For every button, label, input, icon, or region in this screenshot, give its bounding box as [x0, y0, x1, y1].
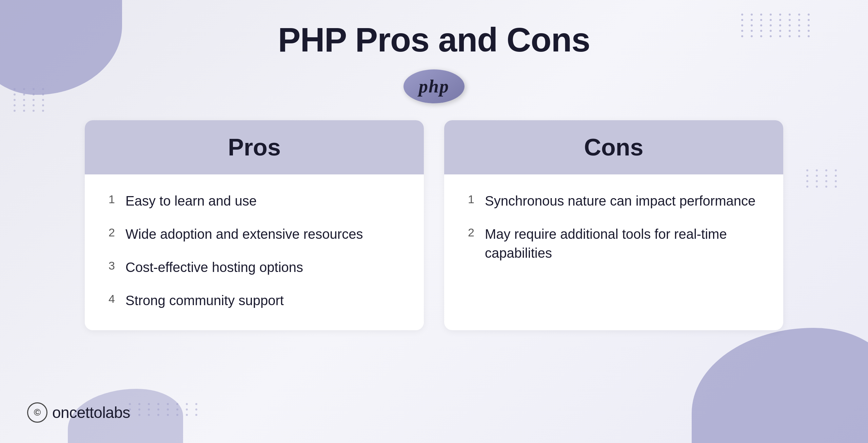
- cards-container: Pros 1 Easy to learn and use 2 Wide adop…: [61, 120, 807, 330]
- dot: [167, 414, 169, 416]
- list-text: Wide adoption and extensive resources: [125, 225, 363, 244]
- list-number: 1: [468, 191, 478, 208]
- dot: [148, 408, 150, 410]
- dot: [148, 414, 150, 416]
- dot: [195, 408, 197, 410]
- dot: [176, 408, 178, 410]
- list-text: Strong community support: [125, 291, 284, 310]
- dot: [138, 414, 140, 416]
- cons-list-item: 2 May require additional tools for real-…: [468, 225, 760, 262]
- pros-list-item: 2 Wide adoption and extensive resources: [108, 225, 400, 244]
- dot: [195, 403, 197, 405]
- dot: [186, 414, 188, 416]
- pros-list-item: 3 Cost-effective hosting options: [108, 258, 400, 277]
- dot: [186, 408, 188, 410]
- list-number: 3: [108, 258, 119, 274]
- cons-card: Cons 1 Synchronous nature can impact per…: [444, 120, 783, 330]
- list-text: Easy to learn and use: [125, 191, 257, 210]
- pros-card: Pros 1 Easy to learn and use 2 Wide adop…: [85, 120, 424, 330]
- pros-list-item: 4 Strong community support: [108, 291, 400, 310]
- main-content: PHP Pros and Cons php Pros 1 Easy to lea…: [0, 0, 868, 330]
- php-logo-badge: php: [403, 69, 465, 103]
- pros-card-body: 1 Easy to learn and use 2 Wide adoption …: [85, 174, 424, 330]
- dot: [195, 414, 197, 416]
- dot: [138, 403, 140, 405]
- list-text: Synchronous nature can impact performanc…: [485, 191, 755, 210]
- dot: [186, 403, 188, 405]
- pros-card-header: Pros: [85, 120, 424, 174]
- decorative-blob-bottom-right: [692, 328, 868, 443]
- cons-card-body: 1 Synchronous nature can impact performa…: [444, 174, 783, 283]
- list-number: 4: [108, 291, 119, 307]
- pros-list-item: 1 Easy to learn and use: [108, 191, 400, 210]
- list-number: 2: [108, 225, 119, 241]
- dot: [157, 403, 159, 405]
- dot: [157, 414, 159, 416]
- dot: [148, 403, 150, 405]
- brand-name: oncettolabs: [52, 403, 130, 422]
- brand-logo: © oncettolabs: [27, 402, 130, 423]
- dot: [176, 414, 178, 416]
- dot: [167, 403, 169, 405]
- list-number: 2: [468, 225, 478, 241]
- cons-card-header: Cons: [444, 120, 783, 174]
- php-logo-text: php: [419, 76, 449, 97]
- page-title: PHP Pros and Cons: [278, 20, 590, 59]
- dot: [167, 408, 169, 410]
- cons-list-item: 1 Synchronous nature can impact performa…: [468, 191, 760, 210]
- pros-header-title: Pros: [228, 134, 281, 161]
- brand-icon: ©: [27, 402, 47, 423]
- cons-header-title: Cons: [584, 134, 644, 161]
- dot: [157, 408, 159, 410]
- dot-pattern-bottom-center: [129, 403, 201, 416]
- brand-name-bold: oncettolabs: [52, 404, 130, 421]
- list-text: May require additional tools for real-ti…: [485, 225, 760, 262]
- dot: [138, 408, 140, 410]
- php-logo: php: [403, 69, 465, 103]
- dot: [176, 403, 178, 405]
- list-number: 1: [108, 191, 119, 208]
- list-text: Cost-effective hosting options: [125, 258, 303, 277]
